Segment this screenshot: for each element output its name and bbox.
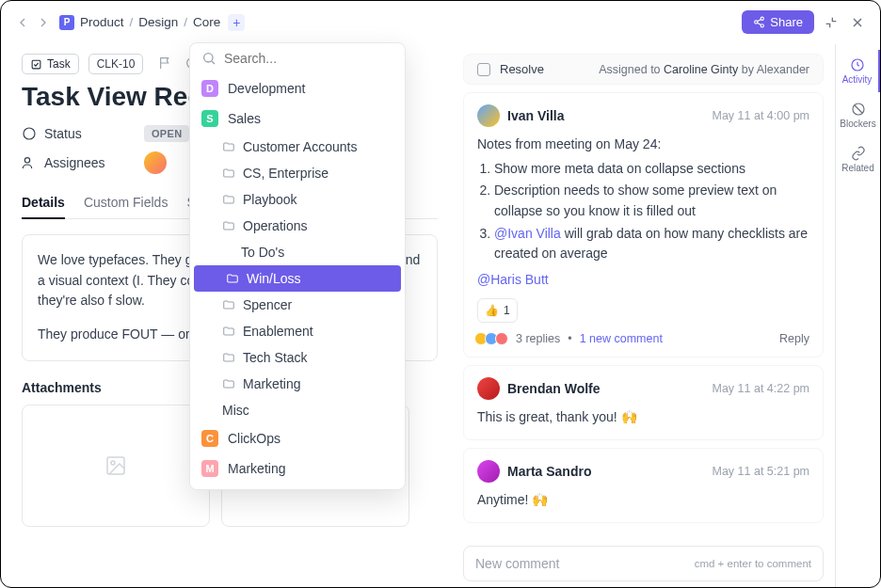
folder-icon bbox=[222, 350, 235, 365]
resolve-bar: Resolve Assigned to Caroline Ginty by Al… bbox=[463, 54, 824, 85]
tab-details[interactable]: Details bbox=[22, 187, 65, 219]
svg-rect-7 bbox=[32, 60, 40, 69]
space-item[interactable]: DDevelopment bbox=[190, 73, 405, 103]
space-badge: P bbox=[59, 15, 74, 30]
list-item[interactable]: Marketing bbox=[190, 371, 405, 397]
list-item[interactable]: CS, Enterprise bbox=[190, 160, 405, 186]
svg-point-2 bbox=[761, 24, 763, 27]
space-icon: C bbox=[201, 430, 218, 447]
list-label: Spencer bbox=[243, 297, 292, 312]
breadcrumb-item[interactable]: Product bbox=[80, 15, 124, 29]
mention[interactable]: @Ivan Villa bbox=[494, 226, 565, 241]
composer-placeholder: New comment bbox=[475, 556, 559, 571]
svg-point-1 bbox=[755, 21, 758, 24]
comment: Marta Sandro May 11 at 5:21 pm Anytime! … bbox=[463, 448, 824, 523]
comment-author[interactable]: Marta Sandro bbox=[507, 464, 591, 479]
comment-author[interactable]: Brendan Wolfe bbox=[507, 381, 601, 396]
search-icon bbox=[201, 51, 216, 66]
space-icon: M bbox=[201, 460, 218, 477]
flag-icon[interactable] bbox=[158, 56, 173, 73]
comment-time: May 11 at 4:00 pm bbox=[712, 109, 809, 122]
assignee-avatar[interactable] bbox=[144, 151, 167, 174]
location-picker-popover: DDevelopmentSSales Customer AccountsCS, … bbox=[189, 42, 406, 490]
svg-line-19 bbox=[855, 105, 862, 113]
share-button[interactable]: Share bbox=[742, 10, 814, 34]
close-icon[interactable] bbox=[848, 13, 867, 32]
folder-icon bbox=[222, 324, 235, 339]
tab-custom-fields[interactable]: Custom Fields bbox=[84, 187, 168, 218]
folder-icon bbox=[226, 271, 239, 286]
folder-icon bbox=[222, 192, 235, 207]
new-comment-link[interactable]: 1 new comment bbox=[580, 332, 663, 345]
space-icon: D bbox=[201, 80, 218, 97]
svg-point-11 bbox=[24, 128, 35, 139]
comment-time: May 11 at 5:21 pm bbox=[712, 465, 809, 478]
add-breadcrumb-button[interactable]: + bbox=[228, 14, 245, 31]
space-label: Sales bbox=[228, 111, 261, 126]
list-item[interactable]: Enablement bbox=[190, 318, 405, 344]
misc-label[interactable]: Misc bbox=[190, 397, 405, 423]
space-item[interactable]: MMarketing bbox=[190, 453, 405, 484]
search-input[interactable] bbox=[224, 51, 393, 66]
reply-button[interactable]: Reply bbox=[779, 332, 809, 345]
svg-point-14 bbox=[111, 461, 115, 465]
list-label: Enablement bbox=[243, 324, 313, 339]
side-rail: Activity Blockers Related bbox=[835, 44, 880, 588]
breadcrumb[interactable]: P Product / Design / Core bbox=[59, 15, 220, 30]
list-item[interactable]: Spencer bbox=[190, 292, 405, 318]
list-item[interactable]: Tech Stack bbox=[190, 344, 405, 371]
breadcrumb-item[interactable]: Core bbox=[193, 15, 220, 29]
nav-back[interactable] bbox=[14, 14, 31, 31]
comment-time: May 11 at 4:22 pm bbox=[712, 382, 809, 395]
reply-avatars bbox=[477, 332, 508, 345]
svg-line-3 bbox=[758, 20, 761, 22]
nav-forward[interactable] bbox=[35, 14, 52, 31]
list-item[interactable]: Playbook bbox=[190, 186, 405, 213]
comment-author[interactable]: Ivan Villa bbox=[507, 108, 564, 123]
list-label: CS, Enterprise bbox=[243, 166, 328, 181]
assignees-label: Assignees bbox=[22, 155, 135, 170]
avatar bbox=[477, 377, 500, 400]
assigned-to: Assigned to Caroline Ginty by Alexander bbox=[599, 63, 809, 76]
list-label: Operations bbox=[243, 218, 307, 233]
space-label: Development bbox=[228, 81, 306, 96]
resolve-label[interactable]: Resolve bbox=[500, 62, 544, 76]
avatar bbox=[477, 104, 500, 127]
comment-composer[interactable]: New comment cmd + enter to comment bbox=[463, 546, 824, 581]
mention[interactable]: @Haris Butt bbox=[477, 270, 809, 291]
task-code[interactable]: CLK-10 bbox=[88, 54, 144, 74]
space-label: Marketing bbox=[228, 461, 285, 476]
breadcrumb-item[interactable]: Design bbox=[138, 15, 178, 29]
resolve-checkbox[interactable] bbox=[477, 63, 490, 76]
list-label: Customer Accounts bbox=[243, 139, 357, 154]
composer-hint: cmd + enter to comment bbox=[695, 558, 811, 569]
rail-related[interactable]: Related bbox=[836, 138, 880, 181]
folder-icon bbox=[222, 218, 235, 233]
task-type-chip[interactable]: Task bbox=[22, 54, 79, 74]
folder-icon bbox=[222, 297, 235, 312]
reaction[interactable]: 👍 1 bbox=[477, 298, 518, 324]
list-item[interactable]: Customer Accounts bbox=[190, 134, 405, 160]
folder-icon bbox=[222, 139, 235, 154]
list-item[interactable]: Win/Loss bbox=[194, 265, 401, 292]
svg-point-20 bbox=[204, 54, 213, 62]
comment: Ivan Villa May 11 at 4:00 pm Notes from … bbox=[463, 92, 824, 358]
share-label: Share bbox=[770, 15, 803, 29]
rail-activity[interactable]: Activity bbox=[836, 50, 880, 92]
space-icon: S bbox=[201, 110, 218, 127]
svg-point-0 bbox=[761, 17, 763, 20]
list-item[interactable]: Operations bbox=[190, 213, 405, 239]
list-label: Tech Stack bbox=[243, 350, 307, 365]
comment: Brendan Wolfe May 11 at 4:22 pm This is … bbox=[463, 365, 824, 440]
list-label: Marketing bbox=[243, 376, 300, 391]
attachment-placeholder[interactable] bbox=[22, 405, 210, 527]
rail-blockers[interactable]: Blockers bbox=[836, 94, 880, 136]
svg-point-12 bbox=[24, 158, 29, 163]
status-value[interactable]: OPEN bbox=[144, 125, 189, 142]
collapse-icon[interactable] bbox=[822, 13, 841, 32]
space-label: ClickOps bbox=[228, 431, 280, 446]
space-item[interactable]: SSales bbox=[190, 103, 405, 134]
space-item[interactable]: CClickOps bbox=[190, 423, 405, 453]
list-item[interactable]: To Do's bbox=[190, 239, 405, 265]
replies-count[interactable]: 3 replies bbox=[516, 332, 560, 345]
